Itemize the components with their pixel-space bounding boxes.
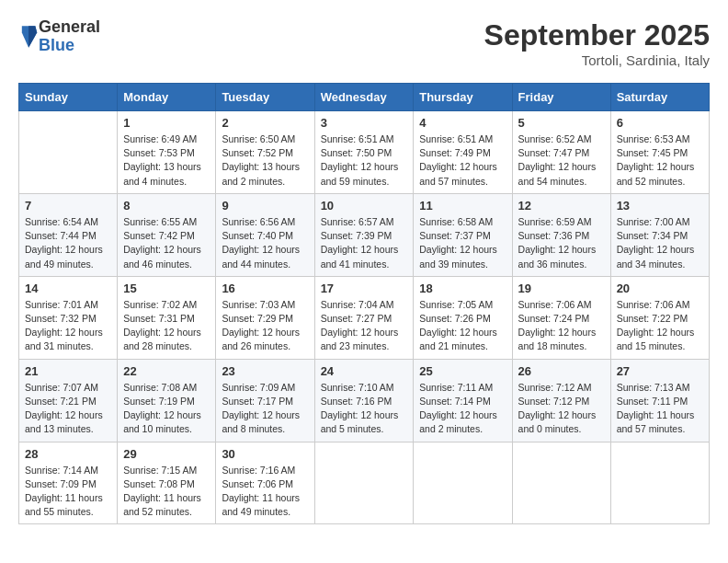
calendar-cell: 9Sunrise: 6:56 AM Sunset: 7:40 PM Daylig…	[216, 193, 314, 276]
calendar-cell: 24Sunrise: 7:10 AM Sunset: 7:16 PM Dayli…	[314, 359, 414, 442]
day-number: 11	[419, 199, 506, 213]
day-info: Sunrise: 6:55 AM Sunset: 7:42 PM Dayligh…	[123, 215, 210, 271]
calendar-cell: 18Sunrise: 7:05 AM Sunset: 7:26 PM Dayli…	[414, 276, 512, 359]
calendar-cell: 8Sunrise: 6:55 AM Sunset: 7:42 PM Daylig…	[118, 193, 216, 276]
day-info: Sunrise: 6:49 AM Sunset: 7:53 PM Dayligh…	[123, 132, 210, 189]
day-info: Sunrise: 7:15 AM Sunset: 7:08 PM Dayligh…	[123, 464, 210, 520]
calendar-week-row: 14Sunrise: 7:01 AM Sunset: 7:32 PM Dayli…	[19, 276, 710, 359]
day-number: 28	[25, 447, 111, 461]
page-header: General Blue September 2025 Tortoli, Sar…	[18, 18, 710, 68]
calendar-cell: 15Sunrise: 7:02 AM Sunset: 7:31 PM Dayli…	[118, 276, 216, 359]
column-header-thursday: Thursday	[414, 84, 512, 111]
day-number: 25	[419, 364, 506, 378]
column-header-monday: Monday	[118, 84, 216, 111]
day-info: Sunrise: 7:05 AM Sunset: 7:26 PM Dayligh…	[419, 298, 506, 354]
column-header-wednesday: Wednesday	[314, 84, 414, 111]
calendar-cell: 30Sunrise: 7:16 AM Sunset: 7:06 PM Dayli…	[216, 442, 314, 524]
calendar-week-row: 7Sunrise: 6:54 AM Sunset: 7:44 PM Daylig…	[19, 193, 710, 276]
calendar-cell: 19Sunrise: 7:06 AM Sunset: 7:24 PM Dayli…	[512, 276, 610, 359]
day-number: 29	[123, 447, 210, 461]
day-number: 8	[123, 199, 210, 213]
day-info: Sunrise: 6:54 AM Sunset: 7:44 PM Dayligh…	[25, 215, 111, 271]
day-number: 7	[25, 199, 111, 213]
svg-marker-1	[28, 26, 37, 48]
day-number: 2	[222, 116, 308, 130]
day-number: 24	[321, 364, 408, 378]
location-text: Tortoli, Sardinia, Italy	[484, 52, 710, 68]
day-info: Sunrise: 7:11 AM Sunset: 7:14 PM Dayligh…	[419, 381, 506, 437]
calendar-table: SundayMondayTuesdayWednesdayThursdayFrid…	[18, 83, 710, 524]
day-number: 18	[419, 282, 506, 295]
day-info: Sunrise: 6:57 AM Sunset: 7:39 PM Dayligh…	[321, 215, 408, 271]
logo-text: General Blue	[39, 18, 100, 55]
calendar-cell	[414, 442, 512, 524]
day-info: Sunrise: 7:12 AM Sunset: 7:12 PM Dayligh…	[518, 381, 605, 437]
day-info: Sunrise: 7:00 AM Sunset: 7:34 PM Dayligh…	[617, 215, 703, 271]
day-info: Sunrise: 7:08 AM Sunset: 7:19 PM Dayligh…	[123, 381, 210, 437]
column-header-friday: Friday	[512, 84, 610, 111]
day-number: 27	[617, 364, 703, 378]
logo-blue-text: Blue	[39, 37, 100, 55]
day-number: 16	[222, 282, 308, 295]
day-number: 5	[518, 116, 605, 130]
day-info: Sunrise: 7:06 AM Sunset: 7:24 PM Dayligh…	[518, 298, 605, 354]
day-number: 15	[123, 282, 210, 295]
calendar-cell: 21Sunrise: 7:07 AM Sunset: 7:21 PM Dayli…	[19, 359, 118, 442]
day-number: 22	[123, 364, 210, 378]
day-number: 14	[25, 282, 111, 295]
calendar-cell	[19, 111, 118, 194]
day-number: 17	[321, 282, 408, 295]
calendar-cell: 27Sunrise: 7:13 AM Sunset: 7:11 PM Dayli…	[610, 359, 709, 442]
logo: General Blue	[18, 18, 100, 55]
day-info: Sunrise: 7:03 AM Sunset: 7:29 PM Dayligh…	[222, 298, 308, 354]
day-number: 6	[617, 116, 703, 130]
calendar-cell: 7Sunrise: 6:54 AM Sunset: 7:44 PM Daylig…	[19, 193, 118, 276]
calendar-cell	[314, 442, 414, 524]
day-number: 1	[123, 116, 210, 130]
column-header-saturday: Saturday	[610, 84, 709, 111]
calendar-week-row: 1Sunrise: 6:49 AM Sunset: 7:53 PM Daylig…	[19, 111, 710, 194]
day-number: 13	[617, 199, 703, 213]
logo-icon	[20, 24, 39, 50]
calendar-cell: 25Sunrise: 7:11 AM Sunset: 7:14 PM Dayli…	[414, 359, 512, 442]
calendar-cell	[610, 442, 709, 524]
calendar-week-row: 21Sunrise: 7:07 AM Sunset: 7:21 PM Dayli…	[19, 359, 710, 442]
calendar-cell: 20Sunrise: 7:06 AM Sunset: 7:22 PM Dayli…	[610, 276, 709, 359]
calendar-header-row: SundayMondayTuesdayWednesdayThursdayFrid…	[19, 84, 710, 111]
day-info: Sunrise: 7:02 AM Sunset: 7:31 PM Dayligh…	[123, 298, 210, 354]
calendar-cell: 29Sunrise: 7:15 AM Sunset: 7:08 PM Dayli…	[118, 442, 216, 524]
calendar-cell: 3Sunrise: 6:51 AM Sunset: 7:50 PM Daylig…	[314, 111, 414, 194]
day-info: Sunrise: 7:14 AM Sunset: 7:09 PM Dayligh…	[25, 464, 111, 520]
day-info: Sunrise: 7:07 AM Sunset: 7:21 PM Dayligh…	[25, 381, 111, 437]
day-info: Sunrise: 7:10 AM Sunset: 7:16 PM Dayligh…	[321, 381, 408, 437]
calendar-cell: 16Sunrise: 7:03 AM Sunset: 7:29 PM Dayli…	[216, 276, 314, 359]
day-info: Sunrise: 7:09 AM Sunset: 7:17 PM Dayligh…	[222, 381, 308, 437]
day-info: Sunrise: 6:50 AM Sunset: 7:52 PM Dayligh…	[222, 132, 308, 189]
day-info: Sunrise: 6:51 AM Sunset: 7:50 PM Dayligh…	[321, 132, 408, 189]
logo-general-text: General	[39, 18, 100, 37]
day-number: 10	[321, 199, 408, 213]
calendar-cell: 13Sunrise: 7:00 AM Sunset: 7:34 PM Dayli…	[610, 193, 709, 276]
calendar-cell: 4Sunrise: 6:51 AM Sunset: 7:49 PM Daylig…	[414, 111, 512, 194]
calendar-cell: 17Sunrise: 7:04 AM Sunset: 7:27 PM Dayli…	[314, 276, 414, 359]
calendar-cell: 22Sunrise: 7:08 AM Sunset: 7:19 PM Dayli…	[118, 359, 216, 442]
day-number: 4	[419, 116, 506, 130]
column-header-sunday: Sunday	[19, 84, 118, 111]
title-section: September 2025 Tortoli, Sardinia, Italy	[484, 18, 710, 68]
day-info: Sunrise: 7:06 AM Sunset: 7:22 PM Dayligh…	[617, 298, 703, 354]
day-number: 12	[518, 199, 605, 213]
day-info: Sunrise: 6:56 AM Sunset: 7:40 PM Dayligh…	[222, 215, 308, 271]
day-number: 20	[617, 282, 703, 295]
day-number: 26	[518, 364, 605, 378]
calendar-cell: 10Sunrise: 6:57 AM Sunset: 7:39 PM Dayli…	[314, 193, 414, 276]
calendar-cell: 2Sunrise: 6:50 AM Sunset: 7:52 PM Daylig…	[216, 111, 314, 194]
column-header-tuesday: Tuesday	[216, 84, 314, 111]
day-number: 23	[222, 364, 308, 378]
day-info: Sunrise: 6:58 AM Sunset: 7:37 PM Dayligh…	[419, 215, 506, 271]
calendar-cell: 12Sunrise: 6:59 AM Sunset: 7:36 PM Dayli…	[512, 193, 610, 276]
day-info: Sunrise: 7:16 AM Sunset: 7:06 PM Dayligh…	[222, 464, 308, 520]
calendar-cell: 26Sunrise: 7:12 AM Sunset: 7:12 PM Dayli…	[512, 359, 610, 442]
day-number: 9	[222, 199, 308, 213]
day-number: 19	[518, 282, 605, 295]
day-info: Sunrise: 7:13 AM Sunset: 7:11 PM Dayligh…	[617, 381, 703, 437]
